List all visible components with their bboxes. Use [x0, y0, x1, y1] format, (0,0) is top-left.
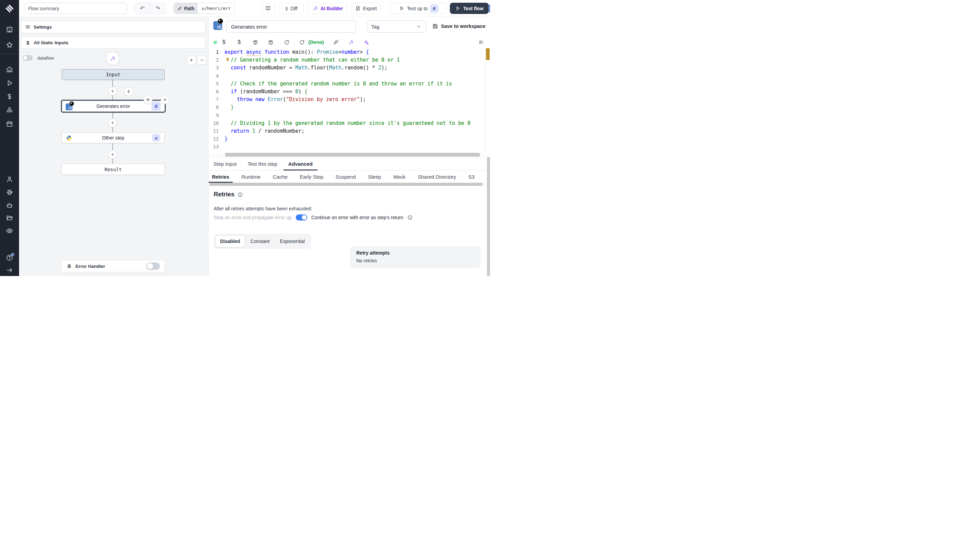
tab-test-this-step[interactable]: Test this step — [243, 157, 282, 170]
redo-button[interactable]: ↷ — [150, 3, 166, 14]
step-config-panel: Step Input Test this step Advanced Retri… — [208, 157, 490, 276]
add-step-button[interactable] — [108, 118, 117, 127]
subtab-cache[interactable]: Cache — [269, 170, 291, 183]
ai-flow-wand-button[interactable] — [106, 52, 119, 65]
subtab-mock[interactable]: Mock — [390, 170, 409, 183]
retry-mode-constant[interactable]: Constant — [246, 235, 274, 247]
tab-step-input[interactable]: Step Input — [208, 157, 241, 170]
package-icon[interactable] — [252, 39, 259, 46]
code-editor[interactable]: 12345678910111213 export async function … — [208, 48, 490, 153]
schedules-calendar-icon[interactable] — [6, 120, 13, 127]
trigger-zap-button[interactable] — [124, 87, 133, 96]
edge-peek-button[interactable] — [488, 5, 490, 13]
tag-select[interactable]: Tag — [367, 21, 426, 33]
info-icon[interactable] — [407, 215, 413, 220]
deno-icon — [69, 101, 74, 106]
home-icon[interactable] — [6, 66, 13, 73]
user-icon[interactable] — [6, 176, 13, 183]
sparkles-icon[interactable] — [363, 39, 369, 46]
wand-icon — [110, 56, 116, 62]
lightbulb-icon[interactable] — [225, 57, 230, 62]
subtab-suspend[interactable]: Suspend — [332, 170, 359, 183]
variables-dollar-icon[interactable] — [6, 93, 13, 100]
result-node[interactable]: Result — [62, 164, 165, 175]
format-brush-icon[interactable] — [332, 39, 339, 46]
test-up-to-button[interactable]: Test up to d — [390, 3, 447, 14]
retry-mode-disabled[interactable]: Disabled — [215, 235, 245, 247]
panel-vertical-scrollbar[interactable] — [487, 157, 490, 276]
step-name-input[interactable] — [226, 21, 356, 33]
dataflow-toggle[interactable] — [22, 55, 33, 60]
add-step-button[interactable] — [108, 87, 117, 95]
windmill-logo-icon[interactable] — [5, 4, 14, 13]
deno-runtime-label[interactable]: (Deno) — [308, 40, 324, 45]
save-to-workspace-button[interactable]: Save to workspace — [432, 23, 485, 29]
delete-step-button[interactable] — [161, 95, 169, 104]
continue-on-error-toggle[interactable] — [296, 215, 307, 221]
test-flow-button[interactable]: Test flow — [450, 3, 488, 14]
library-icon[interactable] — [478, 39, 485, 46]
runs-play-icon[interactable] — [6, 79, 13, 87]
collapse-arrow-icon[interactable] — [6, 266, 13, 274]
tab-advanced[interactable]: Advanced — [283, 157, 318, 170]
sidebar — [0, 0, 19, 276]
subtab-runtime[interactable]: Runtime — [238, 170, 264, 183]
editor-ruler-line — [485, 48, 485, 153]
path-label: Path — [174, 3, 198, 14]
code-gutter: 12345678910111213 — [208, 48, 219, 151]
code-editor-panel: TS Tag Save to workspace $ $ — [208, 17, 490, 157]
reload-icon[interactable] — [298, 39, 305, 46]
subtab-scrollbar[interactable] — [208, 183, 490, 186]
error-handler-toggle[interactable] — [146, 262, 160, 270]
subtab-retries[interactable]: Retries — [208, 170, 233, 183]
resource-dollar-icon[interactable]: $ — [236, 39, 243, 46]
diff-button[interactable]: ± Diff — [279, 3, 304, 14]
dataflow-label: dataflow — [37, 56, 54, 60]
export-button[interactable]: Export — [351, 3, 381, 14]
ai-wand-icon[interactable] — [347, 39, 354, 46]
folders-icon[interactable] — [6, 214, 13, 221]
input-node[interactable]: Input — [62, 69, 165, 80]
workspace-icon[interactable] — [6, 26, 13, 33]
retry-mode-segment: Disabled Constant Exponential — [214, 234, 311, 249]
plus-icon — [110, 152, 115, 157]
docs-book-button[interactable] — [261, 3, 275, 14]
chevron-down-icon — [416, 24, 422, 29]
zoom-in-button[interactable]: + — [187, 56, 196, 65]
overview-ruler-marker — [486, 48, 490, 60]
typescript-icon: TS — [213, 21, 222, 30]
all-static-inputs-row[interactable]: $ All Static Inputs — [21, 37, 205, 49]
subtab-sleep[interactable]: Sleep — [365, 170, 385, 183]
audit-eye-icon[interactable] — [6, 227, 13, 234]
resources-cubes-icon[interactable] — [6, 107, 13, 114]
error-handler-row[interactable]: Error Handler — [61, 260, 165, 272]
stop-on-error-label: Stop on error and propagate error up — [214, 215, 292, 220]
step-node[interactable]: Other step e — [62, 132, 165, 143]
flow-summary-input[interactable] — [24, 3, 127, 14]
zoom-out-button[interactable]: − — [197, 56, 207, 65]
subtab-shared-directory[interactable]: Shared Directory — [414, 170, 460, 183]
retry-mode-exponential[interactable]: Exponential — [275, 235, 309, 247]
editor-toolbar: $ $ (Deno) — [208, 36, 490, 48]
undo-button[interactable]: ↶ — [135, 3, 150, 14]
flow-settings-row[interactable]: Settings — [21, 21, 205, 33]
ai-builder-button[interactable]: AI Builder — [308, 3, 347, 14]
dollar-icon: $ — [25, 40, 30, 46]
reload-icon[interactable] — [283, 39, 290, 46]
move-step-button[interactable] — [143, 95, 153, 104]
play-icon — [399, 5, 404, 11]
add-step-button[interactable] — [108, 150, 117, 159]
save-floppy-icon — [432, 23, 438, 29]
settings-gear-icon[interactable] — [6, 189, 13, 196]
info-icon[interactable] — [237, 192, 243, 197]
retry-attempts-value: No retries — [356, 258, 475, 263]
package-icon[interactable] — [267, 39, 274, 46]
subtab-s3[interactable]: S3 — [465, 170, 478, 183]
help-icon[interactable] — [6, 254, 13, 261]
variable-dollar-icon[interactable]: $ — [221, 39, 227, 46]
subtab-early-stop[interactable]: Early Stop — [296, 170, 327, 183]
favorites-star-icon[interactable] — [6, 41, 13, 49]
code-horizontal-scrollbar[interactable] — [208, 153, 490, 157]
path-chip[interactable]: Path u/henri/err — [173, 3, 235, 14]
workers-robot-icon[interactable] — [6, 202, 13, 209]
